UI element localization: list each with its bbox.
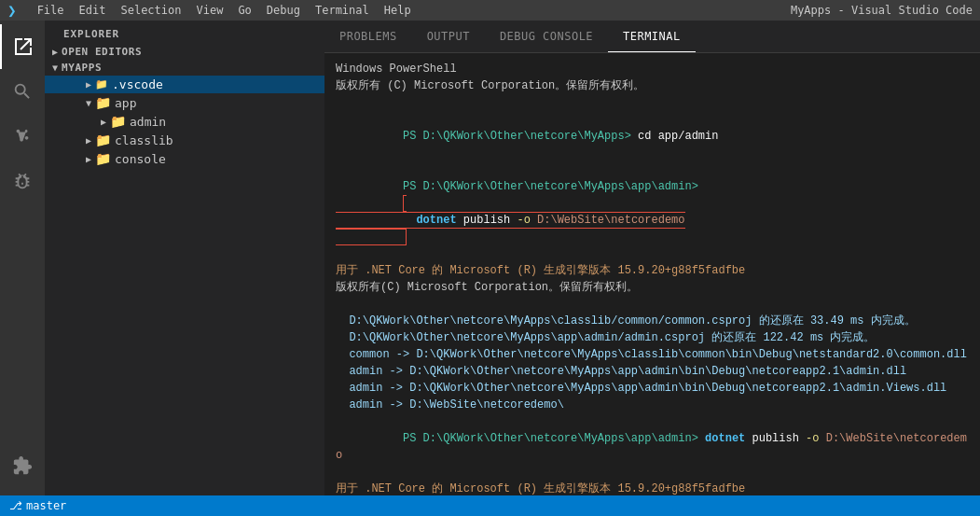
terminal-line-9: common -> D:\QKWork\Other\netcore\MyApps…: [336, 346, 969, 363]
highlighted-command: dotnet publish -o D:\WebSite\netcoredemo: [336, 195, 685, 245]
tab-terminal[interactable]: TERMINAL: [608, 21, 696, 52]
extensions-activity-icon[interactable]: [0, 443, 45, 488]
terminal-line-1: Windows PowerShell: [336, 61, 969, 77]
terminal-tabs: PROBLEMS OUTPUT DEBUG CONSOLE TERMINAL: [324, 21, 980, 53]
tree-item-classlib[interactable]: ▶ 📁 classlib: [45, 131, 324, 149]
terminal-panel: PROBLEMS OUTPUT DEBUG CONSOLE TERMINAL W…: [324, 21, 980, 495]
terminal-line-10: admin -> D:\QKWork\Other\netcore\MyApps\…: [336, 363, 969, 380]
myapps-chevron: ▼: [52, 63, 58, 73]
prompt-1: PS D:\QKWork\Other\netcore\MyApps>: [403, 130, 631, 143]
cmd-1: cd app/admin: [631, 130, 719, 143]
folder-icon-console: 📁: [95, 151, 111, 166]
vscode-chevron: ▶: [86, 79, 91, 90]
publish-text: publish: [457, 214, 518, 227]
sidebar-header: Explorer: [45, 21, 324, 44]
terminal-content[interactable]: Windows PowerShell 版权所有 (C) Microsoft Co…: [324, 53, 980, 495]
terminal-line-3: PS D:\QKWork\Other\netcore\MyApps> cd ap…: [336, 111, 969, 161]
terminal-line-6: 版权所有(C) Microsoft Corporation。保留所有权利。: [336, 279, 969, 296]
app-logo-icon: ❯: [7, 2, 17, 20]
tree-item-vscode[interactable]: ▶ 📁 .vscode: [45, 76, 324, 93]
tab-output[interactable]: OUTPUT: [412, 21, 485, 52]
window-title: MyApps - Visual Studio Code: [791, 4, 973, 17]
app-label: app: [115, 96, 136, 110]
param-o-2: -o: [806, 432, 819, 445]
sidebar: Explorer ▶ Open Editors ▼ MyApps ▶ 📁 .vs…: [45, 21, 324, 495]
admin-label: admin: [130, 115, 166, 129]
status-branch-icon: ⎇: [9, 499, 22, 512]
terminal-line-12: admin -> D:\WebSite\netcoredemo\: [336, 397, 969, 413]
folder-icon-vscode: 📁: [95, 78, 108, 91]
source-control-activity-icon[interactable]: [0, 114, 45, 159]
explorer-activity-icon[interactable]: [0, 24, 45, 69]
status-branch-name: master: [26, 499, 66, 512]
main-area: Explorer ▶ Open Editors ▼ MyApps ▶ 📁 .vs…: [0, 21, 980, 495]
console-label: console: [115, 152, 166, 166]
myapps-section[interactable]: ▼ MyApps: [45, 60, 324, 76]
activity-bar: [0, 21, 45, 495]
classlib-label: classlib: [115, 133, 173, 147]
menu-go[interactable]: Go: [238, 4, 251, 17]
menu-file[interactable]: File: [37, 4, 64, 17]
tab-problems[interactable]: PROBLEMS: [324, 21, 412, 52]
open-editors-label: Open Editors: [62, 46, 142, 58]
classlib-chevron: ▶: [86, 135, 91, 146]
folder-icon-app: 📁: [95, 95, 111, 110]
menu-debug[interactable]: Debug: [267, 4, 300, 17]
terminal-line-14: 用于 .NET Core 的 Microsoft (R) 生成引擎版本 15.9…: [336, 481, 969, 495]
console-chevron: ▶: [86, 154, 91, 164]
terminal-line-8: D:\QKWork\Other\netcore\MyApps\app\admin…: [336, 329, 969, 346]
menu-view[interactable]: View: [196, 4, 223, 17]
publish-text-2: publish: [745, 432, 806, 445]
debug-activity-icon[interactable]: [0, 159, 45, 203]
open-editors-section[interactable]: ▶ Open Editors: [45, 44, 324, 60]
terminal-line-4: PS D:\QKWork\Other\netcore\MyApps\app\ad…: [336, 161, 969, 262]
terminal-line-7: D:\QKWork\Other\netcore\MyApps\classlib/…: [336, 313, 969, 329]
prompt-2: PS D:\QKWork\Other\netcore\MyApps\app\ad…: [403, 180, 698, 193]
terminal-line-2: 版权所有 (C) Microsoft Corporation。保留所有权利。: [336, 77, 969, 94]
tree-item-admin[interactable]: ▶ 📁 admin: [45, 112, 324, 131]
titlebar: ❯ File Edit Selection View Go Debug Term…: [0, 0, 980, 21]
status-bar: ⎇ master: [0, 495, 980, 516]
menu-help[interactable]: Help: [384, 4, 411, 17]
dotnet-cmd: dotnet: [416, 214, 456, 227]
terminal-line-13: PS D:\QKWork\Other\netcore\MyApps\app\ad…: [336, 413, 969, 481]
admin-chevron: ▶: [101, 117, 106, 127]
tab-debug-console[interactable]: DEBUG CONSOLE: [485, 21, 608, 52]
dotnet-cmd-2: dotnet: [698, 432, 745, 445]
param-o: -o: [517, 214, 530, 227]
terminal-line-11: admin -> D:\QKWork\Other\netcore\MyApps\…: [336, 380, 969, 397]
menu-edit[interactable]: Edit: [79, 4, 106, 17]
menu-selection[interactable]: Selection: [120, 4, 181, 17]
tree-item-console[interactable]: ▶ 📁 console: [45, 149, 324, 168]
myapps-label: MyApps: [62, 62, 102, 74]
menu-terminal[interactable]: Terminal: [315, 4, 369, 17]
space-text: [531, 214, 537, 227]
terminal-blank-2: [336, 296, 969, 313]
terminal-line-5: 用于 .NET Core 的 Microsoft (R) 生成引擎版本 15.9…: [336, 262, 969, 279]
app-chevron: ▼: [86, 98, 91, 108]
folder-icon-admin: 📁: [110, 114, 126, 129]
prompt-3: PS D:\QKWork\Other\netcore\MyApps\app\ad…: [403, 432, 698, 445]
tree-item-app[interactable]: ▼ 📁 app: [45, 93, 324, 112]
editor-area: PROBLEMS OUTPUT DEBUG CONSOLE TERMINAL W…: [324, 21, 980, 495]
terminal-blank-1: [336, 94, 969, 111]
titlebar-menu: ❯ File Edit Selection View Go Debug Term…: [7, 2, 411, 20]
search-activity-icon[interactable]: [0, 69, 45, 114]
path-value: D:\WebSite\netcoredemo: [537, 214, 684, 227]
open-editors-chevron: ▶: [52, 47, 58, 57]
vscode-label: .vscode: [112, 77, 163, 91]
folder-icon-classlib: 📁: [95, 132, 111, 147]
